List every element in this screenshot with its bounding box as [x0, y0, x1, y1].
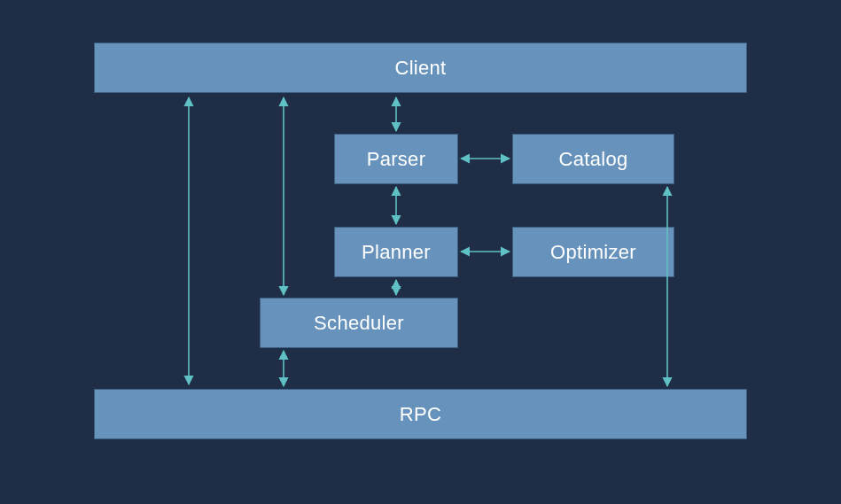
node-catalog: Catalog: [512, 134, 674, 184]
node-parser: Parser: [334, 134, 458, 184]
node-planner-label: Planner: [362, 241, 431, 264]
node-planner: Planner: [334, 227, 458, 277]
node-catalog-label: Catalog: [559, 148, 628, 171]
node-optimizer: Optimizer: [512, 227, 674, 277]
node-rpc-label: RPC: [400, 403, 441, 426]
node-scheduler: Scheduler: [260, 298, 458, 348]
node-client: Client: [94, 43, 747, 93]
node-rpc: RPC: [94, 389, 747, 439]
diagram-stage: Client Parser Catalog Planner Optimizer …: [0, 0, 841, 504]
node-optimizer-label: Optimizer: [550, 241, 636, 264]
node-parser-label: Parser: [367, 148, 426, 171]
node-client-label: Client: [394, 57, 446, 80]
node-scheduler-label: Scheduler: [314, 312, 404, 335]
